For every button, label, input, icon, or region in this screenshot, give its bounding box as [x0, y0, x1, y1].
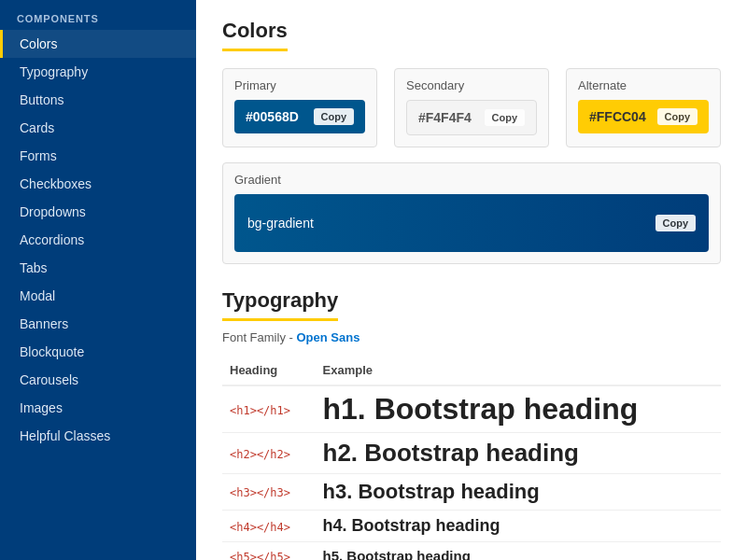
- sidebar-item-banners[interactable]: Banners: [0, 310, 196, 338]
- col-heading: Heading: [222, 357, 316, 385]
- heading-tag: <h5></h5>: [222, 542, 316, 561]
- color-card-alternate: Alternate #FFCC04 Copy: [566, 68, 721, 147]
- gradient-label: Gradient: [234, 173, 709, 187]
- color-cards-row: Primary #00568D Copy Secondary #F4F4F4 C…: [222, 68, 721, 147]
- sidebar-section-label: COMPONENTS: [0, 0, 196, 30]
- typography-section: Typography Font Family - Open Sans Headi…: [222, 288, 721, 560]
- primary-value: #00568D: [246, 109, 299, 124]
- col-example: Example: [316, 357, 722, 385]
- heading-example: h1. Bootstrap heading: [316, 385, 722, 433]
- colors-section-title: Colors: [222, 19, 288, 51]
- font-family-label: Font Family -: [222, 330, 293, 344]
- table-row: <h3></h3>h3. Bootstrap heading: [222, 474, 721, 511]
- secondary-label: Secondary: [406, 78, 537, 92]
- table-row: <h2></h2>h2. Bootstrap heading: [222, 433, 721, 474]
- sidebar-item-blockquote[interactable]: Blockquote: [0, 338, 196, 366]
- gradient-copy-button[interactable]: Copy: [655, 215, 697, 231]
- gradient-text: bg-gradient: [247, 216, 314, 231]
- sidebar-item-typography[interactable]: Typography: [0, 58, 196, 86]
- primary-copy-button[interactable]: Copy: [314, 108, 355, 125]
- color-card-primary: Primary #00568D Copy: [222, 68, 377, 147]
- secondary-value: #F4F4F4: [418, 110, 472, 125]
- sidebar: COMPONENTS Colors Typography Buttons Car…: [0, 0, 196, 560]
- secondary-copy-button[interactable]: Copy: [485, 109, 526, 126]
- heading-example: h4. Bootstrap heading: [316, 511, 722, 542]
- sidebar-item-colors[interactable]: Colors: [0, 30, 196, 58]
- table-row: <h1></h1>h1. Bootstrap heading: [222, 385, 721, 433]
- alternate-value: #FFCC04: [589, 109, 646, 124]
- typography-section-title: Typography: [222, 288, 338, 321]
- heading-tag: <h2></h2>: [222, 433, 316, 474]
- sidebar-item-images[interactable]: Images: [0, 394, 196, 422]
- heading-tag: <h3></h3>: [222, 474, 316, 511]
- primary-swatch: #00568D Copy: [234, 100, 365, 133]
- sidebar-item-checkboxes[interactable]: Checkboxes: [0, 170, 196, 198]
- main-content: Colors Primary #00568D Copy Secondary #F…: [196, 0, 747, 560]
- font-family-link[interactable]: Open Sans: [296, 330, 359, 344]
- secondary-swatch: #F4F4F4 Copy: [406, 100, 537, 135]
- heading-tag: <h1></h1>: [222, 385, 316, 433]
- sidebar-item-helpful-classes[interactable]: Helpful Classes: [0, 422, 196, 450]
- alternate-copy-button[interactable]: Copy: [657, 108, 698, 125]
- heading-tag: <h4></h4>: [222, 511, 316, 542]
- colors-section: Colors Primary #00568D Copy Secondary #F…: [222, 19, 721, 264]
- sidebar-item-cards[interactable]: Cards: [0, 114, 196, 142]
- sidebar-item-forms[interactable]: Forms: [0, 142, 196, 170]
- table-row: <h4></h4>h4. Bootstrap heading: [222, 511, 721, 542]
- sidebar-item-accordions[interactable]: Accordions: [0, 226, 196, 254]
- table-row: <h5></h5>h5. Bootstrap heading: [222, 542, 721, 561]
- sidebar-item-buttons[interactable]: Buttons: [0, 86, 196, 114]
- color-card-secondary: Secondary #F4F4F4 Copy: [394, 68, 549, 147]
- sidebar-item-carousels[interactable]: Carousels: [0, 366, 196, 394]
- heading-example: h3. Bootstrap heading: [316, 474, 722, 511]
- sidebar-item-tabs[interactable]: Tabs: [0, 254, 196, 282]
- typography-table: Heading Example <h1></h1>h1. Bootstrap h…: [222, 357, 721, 560]
- sidebar-item-modal[interactable]: Modal: [0, 282, 196, 310]
- alternate-label: Alternate: [578, 78, 709, 92]
- font-family-line: Font Family - Open Sans: [222, 330, 721, 344]
- primary-label: Primary: [234, 78, 365, 92]
- gradient-card: Gradient bg-gradient Copy: [222, 162, 721, 264]
- sidebar-item-dropdowns[interactable]: Dropdowns: [0, 198, 196, 226]
- heading-example: h5. Bootstrap heading: [316, 542, 722, 561]
- heading-example: h2. Bootstrap heading: [316, 433, 722, 474]
- gradient-swatch: bg-gradient Copy: [234, 194, 709, 252]
- alternate-swatch: #FFCC04 Copy: [578, 100, 709, 133]
